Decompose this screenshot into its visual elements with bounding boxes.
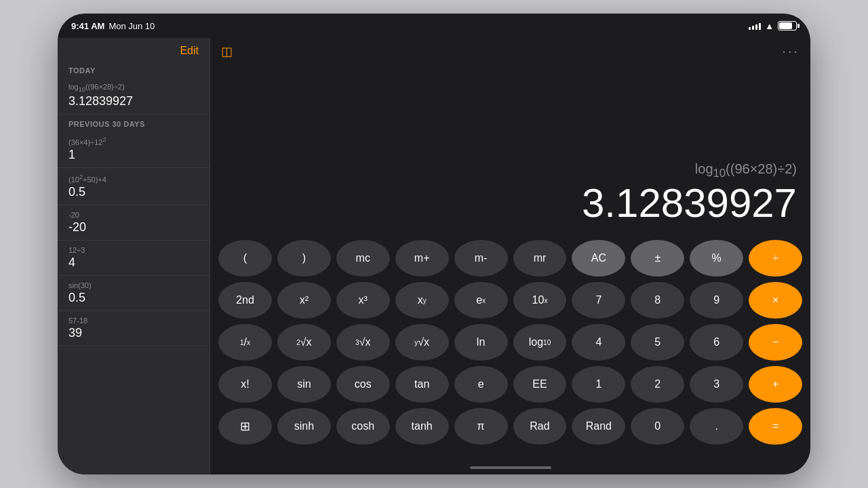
sidebar: Edit TODAY log10((96×28)÷2) 3.12839927 P…: [58, 38, 210, 474]
key-5[interactable]: 5: [631, 324, 684, 361]
key-add[interactable]: +: [749, 366, 802, 403]
previous-section-label: PREVIOUS 30 DAYS: [58, 115, 210, 131]
key-ac[interactable]: AC: [572, 240, 625, 277]
key-row-5: ⊞ sinh cosh tanh π Rad Rand 0 . =: [218, 408, 802, 445]
history-result: 0.5: [68, 185, 199, 199]
key-multiply[interactable]: ×: [749, 282, 802, 319]
key-sqrt-y[interactable]: y√x: [395, 324, 449, 361]
key-0[interactable]: 0: [631, 408, 684, 445]
display-result: 3.12839927: [582, 183, 797, 224]
key-cosh[interactable]: cosh: [336, 408, 390, 445]
history-item-1[interactable]: (102+50)+4 0.5: [58, 168, 210, 205]
key-close-paren[interactable]: ): [277, 240, 331, 277]
key-cos[interactable]: cos: [336, 366, 390, 403]
key-4[interactable]: 4: [572, 324, 625, 361]
key-sqrt-2[interactable]: 2√x: [277, 324, 331, 361]
key-reciprocal[interactable]: 1/x: [218, 324, 272, 361]
history-result: -20: [68, 220, 199, 235]
wifi-icon: ▲: [765, 21, 774, 31]
history-expr: -20: [68, 211, 199, 219]
sidebar-header: Edit: [58, 38, 210, 61]
key-x-to-y[interactable]: xy: [395, 282, 449, 319]
key-6[interactable]: 6: [690, 324, 743, 361]
key-1[interactable]: 1: [572, 366, 625, 403]
key-log10[interactable]: log10: [513, 324, 567, 361]
status-bar: 9:41 AM Mon Jun 10 ▲: [58, 14, 810, 38]
home-indicator: [210, 461, 810, 474]
calc-display: log10((96×28)÷2) 3.12839927: [210, 64, 810, 235]
history-expr: sin(30): [68, 281, 199, 289]
history-item-4[interactable]: sin(30) 0.5: [58, 276, 210, 311]
key-x-cubed[interactable]: x³: [336, 282, 390, 319]
signal-icon: [749, 22, 761, 30]
key-mc[interactable]: mc: [336, 240, 390, 277]
sidebar-toggle-icon[interactable]: ◫: [221, 44, 233, 59]
key-ee[interactable]: EE: [513, 366, 567, 403]
key-mr[interactable]: mr: [513, 240, 567, 277]
calculator: ◫ ··· log10((96×28)÷2) 3.12839927 ( ) mc…: [210, 38, 810, 474]
key-row-3: 1/x 2√x 3√x y√x ln log10 4 5 6 −: [218, 324, 802, 361]
key-10-to-x[interactable]: 10x: [513, 282, 567, 319]
key-sqrt-3[interactable]: 3√x: [336, 324, 390, 361]
key-decimal[interactable]: .: [690, 408, 743, 445]
history-result: 4: [68, 256, 199, 270]
key-x-squared[interactable]: x²: [277, 282, 331, 319]
status-time: 9:41 AM: [71, 21, 104, 31]
ipad-frame: 9:41 AM Mon Jun 10 ▲ Edit TODAY: [58, 14, 810, 474]
history-expr: log10((96×28)÷2): [68, 83, 199, 93]
history-result: 3.12839927: [68, 94, 199, 108]
status-date: Mon Jun 10: [108, 21, 155, 31]
history-expr: (102+50)+4: [68, 174, 199, 184]
key-tanh[interactable]: tanh: [395, 408, 449, 445]
key-8[interactable]: 8: [631, 282, 684, 319]
key-tan[interactable]: tan: [395, 366, 449, 403]
more-options-button[interactable]: ···: [782, 43, 800, 59]
history-result: 0.5: [68, 291, 199, 305]
status-indicators: ▲: [749, 21, 797, 31]
key-7[interactable]: 7: [572, 282, 625, 319]
home-bar: [470, 466, 551, 469]
edit-button[interactable]: Edit: [180, 45, 199, 57]
key-percent[interactable]: %: [690, 240, 743, 277]
calc-toolbar: ◫ ···: [210, 38, 810, 64]
key-2nd[interactable]: 2nd: [218, 282, 272, 319]
key-pi[interactable]: π: [454, 408, 508, 445]
key-keypad-icon[interactable]: ⊞: [218, 408, 272, 445]
key-2[interactable]: 2: [631, 366, 684, 403]
battery-icon: [778, 21, 797, 30]
key-rad[interactable]: Rad: [513, 408, 567, 445]
history-item-2[interactable]: -20 -20: [58, 205, 210, 241]
key-e-to-x[interactable]: ex: [454, 282, 508, 319]
key-m-minus[interactable]: m-: [454, 240, 508, 277]
key-3[interactable]: 3: [690, 366, 743, 403]
key-m-plus[interactable]: m+: [395, 240, 449, 277]
key-factorial[interactable]: x!: [218, 366, 272, 403]
history-expr: 12÷3: [68, 246, 199, 254]
history-result: 1: [68, 148, 199, 162]
key-sinh[interactable]: sinh: [277, 408, 331, 445]
history-expr: 57-18: [68, 317, 199, 325]
key-row-4: x! sin cos tan e EE 1 2 3 +: [218, 366, 802, 403]
key-ln[interactable]: ln: [454, 324, 508, 361]
history-expr: (36×4)÷122: [68, 136, 199, 146]
history-item-0[interactable]: (36×4)÷122 1: [58, 131, 210, 168]
key-plus-minus[interactable]: ±: [631, 240, 684, 277]
history-result: 39: [68, 326, 199, 340]
key-row-2: 2nd x² x³ xy ex 10x 7 8 9 ×: [218, 282, 802, 319]
key-e[interactable]: e: [454, 366, 508, 403]
key-divide[interactable]: ÷: [749, 240, 802, 277]
key-open-paren[interactable]: (: [218, 240, 272, 277]
key-row-1: ( ) mc m+ m- mr AC ± % ÷: [218, 240, 802, 277]
key-sin[interactable]: sin: [277, 366, 331, 403]
key-subtract[interactable]: −: [749, 324, 802, 361]
key-9[interactable]: 9: [690, 282, 743, 319]
history-item-today-0[interactable]: log10((96×28)÷2) 3.12839927: [58, 77, 210, 115]
key-equals[interactable]: =: [749, 408, 802, 445]
key-rand[interactable]: Rand: [572, 408, 625, 445]
main-content: Edit TODAY log10((96×28)÷2) 3.12839927 P…: [58, 38, 810, 474]
history-item-3[interactable]: 12÷3 4: [58, 241, 210, 276]
today-section-label: TODAY: [58, 61, 210, 77]
keypad: ( ) mc m+ m- mr AC ± % ÷ 2nd x² x³ xy: [210, 235, 810, 461]
history-item-5[interactable]: 57-18 39: [58, 311, 210, 346]
display-expression: log10((96×28)÷2): [695, 161, 797, 180]
